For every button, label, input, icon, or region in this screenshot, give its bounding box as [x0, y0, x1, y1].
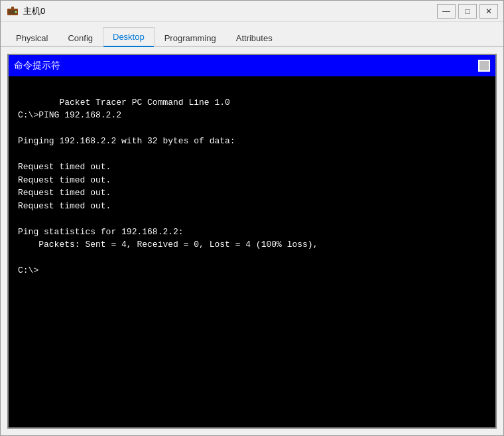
maximize-button[interactable]: □ [458, 4, 477, 19]
tab-desktop[interactable]: Desktop [103, 27, 155, 47]
window-title: 主机0 [23, 5, 437, 17]
main-window: 主机0 — □ ✕ Physical Config Desktop Progra… [0, 0, 504, 436]
svg-rect-3 [11, 7, 14, 9]
window-controls: — □ ✕ [437, 4, 498, 19]
tab-attributes[interactable]: Attributes [226, 29, 283, 47]
tab-bar: Physical Config Desktop Programming Attr… [1, 22, 503, 47]
cmd-title-text: 命令提示符 [14, 60, 60, 72]
svg-point-2 [15, 11, 17, 13]
tab-physical[interactable]: Physical [6, 29, 58, 47]
cmd-output: Packet Tracer PC Command Line 1.0 C:\>PI… [18, 98, 318, 276]
cmd-body[interactable]: Packet Tracer PC Command Line 1.0 C:\>PI… [9, 76, 495, 427]
app-icon [6, 5, 19, 18]
tab-programming[interactable]: Programming [155, 29, 226, 47]
minimize-button[interactable]: — [437, 4, 456, 19]
main-content: 命令提示符 Packet Tracer PC Command Line 1.0 … [1, 47, 503, 435]
cmd-title-bar: 命令提示符 [9, 55, 495, 76]
cmd-close-button[interactable] [478, 60, 490, 72]
active-tab-indicator [103, 46, 154, 47]
tab-config[interactable]: Config [58, 29, 103, 47]
close-button[interactable]: ✕ [479, 4, 498, 19]
title-bar: 主机0 — □ ✕ [1, 1, 503, 22]
cmd-window: 命令提示符 Packet Tracer PC Command Line 1.0 … [7, 54, 497, 429]
